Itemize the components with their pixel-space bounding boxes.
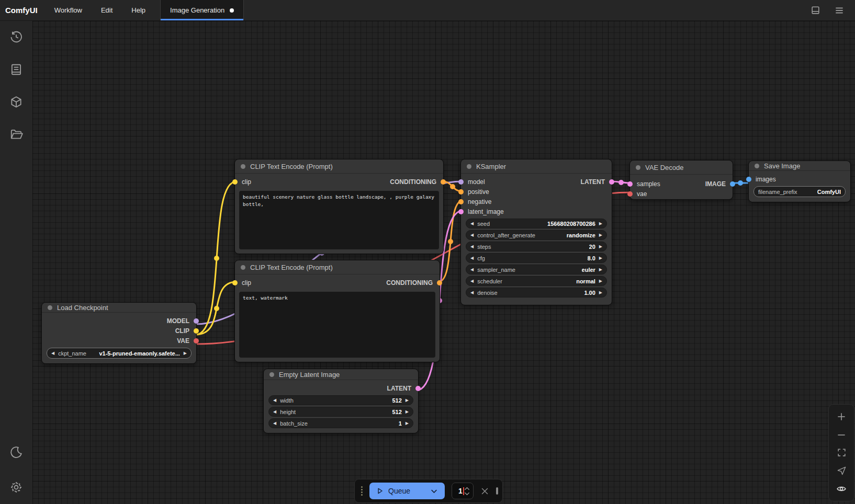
- node-load-checkpoint[interactable]: Load Checkpoint MODEL CLIP VAE ◀ ckpt_na…: [41, 302, 197, 364]
- node-title: KSampler: [476, 163, 506, 170]
- widget-sampler-name[interactable]: ◀ sampler_name euler ▶: [466, 265, 607, 274]
- fit-view-icon[interactable]: [833, 445, 850, 461]
- widget-scheduler[interactable]: ◀ scheduler normal ▶: [466, 276, 607, 286]
- prev-value-icon[interactable]: ◀: [470, 233, 474, 237]
- prev-value-icon[interactable]: ◀: [470, 245, 474, 249]
- input-slot-negative[interactable]: [458, 199, 464, 204]
- node-header[interactable]: Load Checkpoint: [42, 303, 196, 313]
- input-slot-model[interactable]: [458, 179, 464, 185]
- decrement-icon[interactable]: [464, 492, 470, 496]
- input-slot-vae[interactable]: [627, 191, 633, 197]
- stop-icon[interactable]: [496, 487, 498, 495]
- node-title: Load Checkpoint: [57, 304, 108, 312]
- widget-seed[interactable]: ◀ seed 156680208700286 ▶: [466, 219, 607, 228]
- menu-help[interactable]: Help: [122, 0, 155, 20]
- widget-control-after-generate[interactable]: ◀ control_after_generate randomize ▶: [466, 230, 607, 240]
- next-value-icon[interactable]: ▶: [599, 268, 602, 272]
- left-sidebar: [0, 21, 32, 504]
- history-icon[interactable]: [9, 30, 23, 44]
- next-value-icon[interactable]: ▶: [406, 398, 409, 403]
- next-value-icon[interactable]: ▶: [599, 291, 602, 295]
- node-library-icon[interactable]: [9, 63, 23, 76]
- batch-count-input[interactable]: 1: [452, 483, 474, 499]
- next-value-icon[interactable]: ▶: [406, 410, 409, 414]
- input-slot-latent-image[interactable]: [458, 209, 464, 214]
- clear-queue-icon[interactable]: [480, 487, 489, 496]
- widget-steps[interactable]: ◀ steps 20 ▶: [466, 242, 607, 251]
- next-value-icon[interactable]: ▶: [406, 421, 409, 426]
- menu-workflow[interactable]: Workflow: [45, 0, 92, 20]
- prev-value-icon[interactable]: ◀: [470, 256, 474, 260]
- node-header[interactable]: KSampler: [461, 159, 612, 174]
- prev-value-icon[interactable]: ◀: [51, 351, 54, 356]
- prev-value-icon[interactable]: ◀: [273, 410, 276, 414]
- next-value-icon[interactable]: ▶: [599, 222, 602, 226]
- prev-value-icon[interactable]: ◀: [470, 268, 474, 272]
- output-label-conditioning: CONDITIONING: [386, 279, 433, 287]
- increment-icon[interactable]: [464, 487, 470, 490]
- node-graph-canvas[interactable]: Load Checkpoint MODEL CLIP VAE ◀ ckpt_na…: [32, 21, 855, 504]
- node-header[interactable]: VAE Decode: [630, 161, 733, 175]
- tab-image-generation[interactable]: Image Generation: [160, 0, 244, 20]
- prev-value-icon[interactable]: ◀: [470, 291, 474, 295]
- next-value-icon[interactable]: ▶: [599, 279, 602, 283]
- model-library-icon[interactable]: [9, 95, 23, 109]
- next-value-icon[interactable]: ▶: [599, 245, 602, 249]
- node-empty-latent-image[interactable]: Empty Latent Image LATENT ◀ width 512 ▶ …: [263, 369, 419, 433]
- widget-ckpt-name[interactable]: ◀ ckpt_name v1-5-pruned-emaonly.safete..…: [47, 348, 192, 359]
- zoom-out-icon[interactable]: [833, 427, 850, 443]
- node-save-image[interactable]: Save Image images filename_prefix ComfyU…: [748, 161, 851, 202]
- node-header[interactable]: Save Image: [749, 161, 850, 171]
- prev-value-icon[interactable]: ◀: [273, 421, 276, 426]
- output-slot-model[interactable]: [194, 318, 199, 324]
- output-slot-clip[interactable]: [194, 328, 199, 334]
- input-slot-images[interactable]: [746, 177, 751, 182]
- output-slot-conditioning[interactable]: [441, 179, 446, 185]
- input-slot-samples[interactable]: [627, 181, 633, 187]
- next-value-icon[interactable]: ▶: [599, 256, 602, 260]
- zoom-in-icon[interactable]: [833, 409, 850, 425]
- widget-denoise[interactable]: ◀ denoise 1.00 ▶: [466, 288, 607, 297]
- input-slot-clip[interactable]: [232, 280, 238, 285]
- node-clip-text-encode-positive[interactable]: CLIP Text Encode (Prompt) clip CONDITION…: [234, 159, 444, 254]
- workflows-folder-icon[interactable]: [9, 128, 23, 141]
- node-header[interactable]: CLIP Text Encode (Prompt): [235, 260, 440, 274]
- node-ksampler[interactable]: KSampler model LATENT positive negative …: [460, 159, 612, 305]
- positive-prompt-textarea[interactable]: beautiful scenery nature glass bottle la…: [239, 191, 439, 249]
- node-header[interactable]: CLIP Text Encode (Prompt): [235, 159, 443, 174]
- prev-value-icon[interactable]: ◀: [273, 398, 276, 403]
- widget-batch-size[interactable]: ◀ batch_size 1 ▶: [268, 418, 413, 428]
- widget-height[interactable]: ◀ height 512 ▶: [268, 407, 413, 417]
- output-slot-vae[interactable]: [194, 338, 199, 343]
- settings-gear-icon[interactable]: [9, 480, 23, 494]
- theme-moon-icon[interactable]: [9, 445, 23, 459]
- toggle-link-visibility-icon[interactable]: [833, 481, 850, 497]
- drag-handle[interactable]: [361, 486, 363, 496]
- node-header[interactable]: Empty Latent Image: [264, 369, 418, 380]
- input-slot-positive[interactable]: [458, 189, 464, 194]
- output-slot-latent[interactable]: [609, 179, 614, 185]
- unsaved-indicator-dot[interactable]: [230, 8, 234, 13]
- next-value-icon[interactable]: ▶: [184, 351, 187, 356]
- output-slot-conditioning[interactable]: [437, 280, 442, 285]
- input-label-clip: clip: [242, 279, 251, 287]
- prev-value-icon[interactable]: ◀: [470, 279, 474, 283]
- widget-width[interactable]: ◀ width 512 ▶: [268, 395, 413, 405]
- node-vae-decode[interactable]: VAE Decode samples IMAGE vae: [629, 160, 733, 200]
- output-slot-latent[interactable]: [415, 386, 421, 391]
- select-mode-icon[interactable]: [833, 463, 850, 478]
- negative-prompt-textarea[interactable]: text, watermark: [239, 292, 435, 358]
- output-slot-image[interactable]: [730, 181, 735, 187]
- node-status-dot: [755, 164, 759, 168]
- node-clip-text-encode-negative[interactable]: CLIP Text Encode (Prompt) clip CONDITION…: [234, 260, 440, 362]
- input-slot-clip[interactable]: [232, 179, 238, 185]
- next-value-icon[interactable]: ▶: [599, 233, 602, 237]
- queue-button[interactable]: Queue: [369, 483, 445, 499]
- node-status-dot: [636, 165, 640, 170]
- prev-value-icon[interactable]: ◀: [470, 222, 474, 226]
- hamburger-menu-icon[interactable]: [834, 5, 845, 16]
- widget-cfg[interactable]: ◀ cfg 8.0 ▶: [466, 253, 607, 263]
- bottom-panel-toggle-icon[interactable]: [811, 5, 820, 15]
- menu-edit[interactable]: Edit: [92, 0, 122, 20]
- widget-filename-prefix[interactable]: filename_prefix ComfyUI: [753, 186, 846, 197]
